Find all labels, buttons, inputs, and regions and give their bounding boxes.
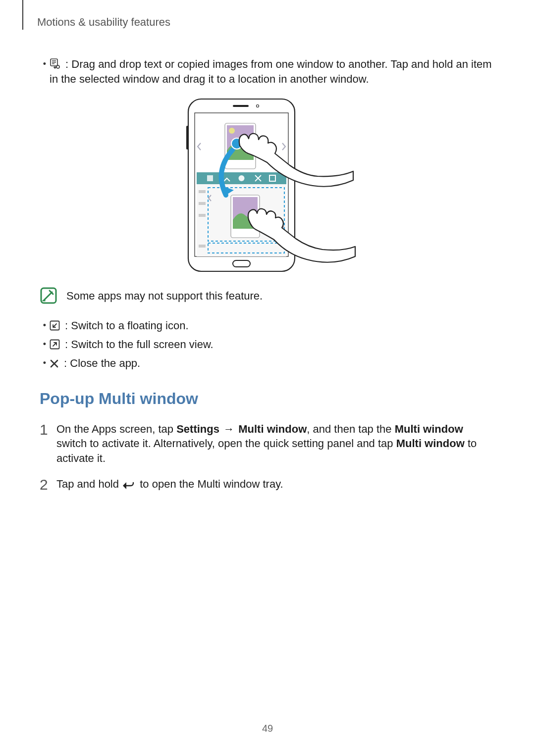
header-rule [22,0,23,30]
back-icon [122,481,135,491]
close-icon [50,359,59,368]
step-2: 2 Tap and hold to open the Multi window … [40,477,495,492]
drag-content-icon [50,58,60,69]
bullet-dot: • [40,57,50,86]
figure-drag-drop [40,96,495,274]
note-text: Some apps may not support this feature. [66,289,495,303]
minimize-icon [50,320,60,331]
list-item-text: : Drag and drop text or copied images fr… [50,58,492,85]
fullscreen-icon [50,339,60,350]
svg-rect-20 [199,190,206,193]
svg-rect-17 [207,175,213,181]
svg-point-16 [239,175,245,181]
bullet-dot: • [40,318,50,333]
svg-rect-6 [233,105,249,107]
list-item-body: : Switch to a floating icon. [50,318,495,333]
step-body: On the Apps screen, tap Settings → Multi… [56,422,495,466]
note-icon [40,287,57,304]
list-item-text: : Close the app. [61,357,140,369]
arrow-icon: → [222,423,235,435]
svg-rect-23 [199,245,206,248]
svg-rect-2 [52,62,56,62]
step-body: Tap and hold to open the Multi window tr… [56,477,495,492]
section-heading: Pop-up Multi window [40,388,495,409]
svg-rect-9 [186,126,188,150]
list-item: • : Switch to the full screen view. [40,337,495,352]
svg-rect-21 [199,202,206,205]
bullet-dot: • [40,356,50,371]
list-item: • : Close the app. [40,356,495,371]
page-number: 49 [0,722,535,735]
svg-point-4 [56,65,59,68]
bullet-dot: • [40,337,50,352]
svg-rect-1 [52,60,56,61]
list-item-body: : Switch to the full screen view. [50,337,495,352]
note: Some apps may not support this feature. [40,287,495,304]
svg-rect-3 [52,63,54,64]
list-item-text: : Switch to the full screen view. [62,338,214,351]
list-item-text: : Switch to a floating icon. [62,319,189,332]
list-item-body: : Drag and drop text or copied images fr… [50,57,495,86]
svg-point-14 [229,128,235,134]
list-item: • : Switch to a floating icon. [40,318,495,333]
list-item: • : Drag and drop text or copied images … [40,57,495,86]
page-header: Motions & usability features [37,15,170,30]
list-item-body: : Close the app. [50,356,495,371]
svg-rect-22 [199,214,206,217]
step-number: 1 [40,422,56,466]
step-1: 1 On the Apps screen, tap Settings → Mul… [40,422,495,466]
step-number: 2 [40,477,56,492]
